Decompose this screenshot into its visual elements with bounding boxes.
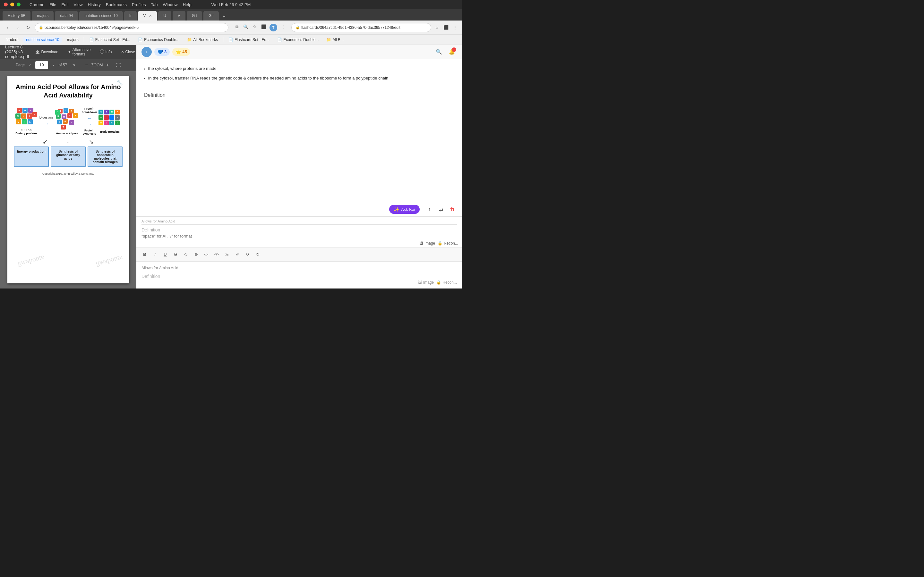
watermark-right: gwaponte xyxy=(95,252,123,268)
maximize-button[interactable] xyxy=(17,3,21,6)
more-menu-icon[interactable]: ⋮ xyxy=(280,24,286,30)
zoom-controls: − ZOOM + xyxy=(83,61,111,69)
close-pdf-button[interactable]: ✕ Close xyxy=(118,48,138,55)
bookmark-economics1[interactable]: 📄 Economics Double... xyxy=(136,37,182,43)
image-icon: 🖼 xyxy=(419,241,423,245)
screen-share-icon[interactable]: ⧉ xyxy=(234,24,240,30)
swap-button[interactable]: ⇄ xyxy=(436,205,445,214)
redo-button[interactable]: ↻ xyxy=(253,250,262,259)
tab-v-active[interactable]: V ✕ xyxy=(138,11,157,21)
tab-majors[interactable]: majors xyxy=(32,11,53,21)
url-input-right[interactable]: 🔒 flashcards/364a7cd1-49d1-4386-a570-dac… xyxy=(291,23,431,32)
refresh-icon[interactable]: ↻ xyxy=(72,63,75,67)
bookmark-all2[interactable]: 📁 All B... xyxy=(324,37,346,43)
menu-view[interactable]: View xyxy=(74,2,83,7)
ask-kai-button[interactable]: ✨ Ask Kai xyxy=(389,205,420,214)
fullscreen-button[interactable]: ⛶ xyxy=(116,63,121,68)
menu-history[interactable]: History xyxy=(88,2,101,7)
code-inline-button[interactable]: <> xyxy=(202,250,211,259)
flashcard-content-area: • the cytosol, where proteins are made •… xyxy=(136,59,462,202)
tab-gt2[interactable]: G t xyxy=(204,11,219,21)
close-button[interactable] xyxy=(4,3,8,6)
second-card-divider xyxy=(142,271,457,271)
menu-file[interactable]: File xyxy=(49,2,56,7)
profile-icon[interactable]: T xyxy=(270,24,277,31)
zoom-in-button[interactable]: + xyxy=(104,61,111,69)
delete-button[interactable]: 🗑 xyxy=(448,205,457,214)
second-card-area: Allows for Amino Acid Definition 🖼 Image… xyxy=(136,261,462,288)
tab-ir[interactable]: Ir xyxy=(124,11,137,21)
more-icon-right[interactable]: ⋮ xyxy=(452,24,458,31)
main-area: Lecture 8 (2025) v3 complete.pdf Downloa… xyxy=(0,45,462,288)
back-button[interactable]: ‹ xyxy=(4,24,11,31)
bookmark-economics2[interactable]: 📄 Economics Double... xyxy=(275,37,321,43)
tab-v2[interactable]: V xyxy=(173,11,186,21)
italic-button[interactable]: I xyxy=(150,250,160,259)
extension-icon-right[interactable]: ⬛ xyxy=(443,24,449,31)
bookmark-all1[interactable]: 📁 All Bookmarks xyxy=(184,37,220,43)
url-input-left[interactable]: 🔒 bcourses.berkeley.edu/courses/1540049/… xyxy=(35,23,228,32)
new-tab-button[interactable]: + xyxy=(220,13,228,21)
bullet-item-1: • the cytosol, where proteins are made xyxy=(144,65,454,73)
minimize-button[interactable] xyxy=(10,3,14,6)
undo-button[interactable]: ↺ xyxy=(243,250,252,259)
bold-button[interactable]: B xyxy=(140,250,149,259)
image-button-2[interactable]: 🖼 Image xyxy=(418,280,434,285)
extensions-icon[interactable]: ⬛ xyxy=(260,24,267,30)
tab-gt1[interactable]: G t xyxy=(187,11,202,21)
arrow-down-3: ↘ xyxy=(89,138,94,145)
subscript-button[interactable]: x₂ xyxy=(222,250,231,259)
menu-edit[interactable]: Edit xyxy=(61,2,68,7)
highlight-button[interactable]: ◇ xyxy=(181,250,190,259)
forward-button[interactable]: › xyxy=(14,24,22,31)
next-page-button[interactable]: › xyxy=(51,62,56,68)
page-input[interactable] xyxy=(35,61,48,69)
bookmark-star-icon[interactable]: ☆ xyxy=(434,24,440,31)
bookmark-flashcard2[interactable]: 📄 Flashcard Set - Ed... xyxy=(226,37,272,43)
bookmark-majors[interactable]: majors xyxy=(65,37,81,43)
bookmark-flashcard1[interactable]: 📄 Flashcard Set - Ed... xyxy=(87,37,133,43)
menu-tab[interactable]: Tab xyxy=(151,2,158,7)
code-block-button[interactable]: </> xyxy=(212,250,221,259)
tab-data94[interactable]: data 94 xyxy=(55,11,78,21)
strikethrough-button[interactable]: S xyxy=(171,250,180,259)
notification-button[interactable]: 🔔 7 xyxy=(447,47,457,57)
menu-chrome[interactable]: Chrome xyxy=(29,2,44,7)
definition-input-label: Definition xyxy=(142,227,457,232)
superscript-button[interactable]: x² xyxy=(233,250,242,259)
watermark-left: gwaponte xyxy=(16,252,45,268)
search-button[interactable]: 🔍 xyxy=(434,47,444,57)
refresh-button[interactable]: ↻ xyxy=(24,24,32,31)
bookmark-nutrition[interactable]: nutrition science 10 xyxy=(23,37,61,43)
tab-close-icon[interactable]: ✕ xyxy=(149,14,152,18)
zoom-out-button[interactable]: − xyxy=(83,61,90,69)
search-icon[interactable]: 🔍 xyxy=(242,24,249,30)
pdf-diagram-title: Amino Acid Pool Allows for Amino Acid Av… xyxy=(14,83,123,99)
image-button[interactable]: 🖼 Image xyxy=(419,241,435,245)
definition-input[interactable] xyxy=(142,234,457,239)
tab-history6b[interactable]: History 6B xyxy=(3,11,31,21)
menu-profiles[interactable]: Profiles xyxy=(132,2,145,7)
record-label-2: Recon... xyxy=(443,280,457,285)
tab-u[interactable]: U xyxy=(158,11,171,21)
blue-count-badge[interactable]: 💙 3 xyxy=(154,48,170,56)
info-button[interactable]: ⓘ Info xyxy=(97,48,115,56)
orange-count-badge[interactable]: ⭐ 45 xyxy=(172,48,190,56)
bookmark-traders[interactable]: traders xyxy=(4,37,21,43)
record-button-2[interactable]: 🔒 Recon... xyxy=(436,280,457,285)
alternative-formats-button[interactable]: ✦ Alternative formats xyxy=(65,46,94,58)
record-label: Recon... xyxy=(444,241,458,245)
link-button[interactable]: ⊕ xyxy=(192,250,200,259)
prev-page-button[interactable]: ‹ xyxy=(27,62,33,68)
menu-window[interactable]: Window xyxy=(163,2,178,7)
download-button[interactable]: Download xyxy=(33,48,61,55)
record-button[interactable]: 🔒 Recon... xyxy=(438,241,458,245)
move-up-button[interactable]: ↑ xyxy=(425,205,434,214)
underline-button[interactable]: U xyxy=(161,250,170,259)
url-text-left: bcourses.berkeley.edu/courses/1540049/pa… xyxy=(45,25,139,30)
menu-help[interactable]: Help xyxy=(183,2,192,7)
tab-nutrition[interactable]: nutrition science 10 xyxy=(79,11,123,21)
menu-bookmarks[interactable]: Bookmarks xyxy=(106,2,127,7)
add-card-button[interactable]: + xyxy=(142,47,152,57)
bookmark-icon[interactable]: ☆ xyxy=(252,24,258,30)
